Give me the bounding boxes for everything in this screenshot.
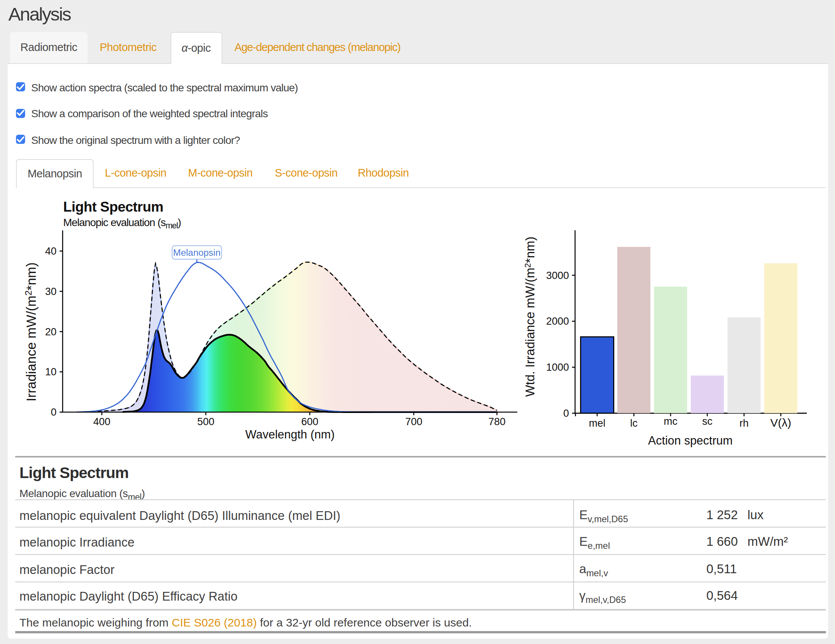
svg-text:400: 400 [93,416,110,428]
svg-text:0: 0 [563,408,569,419]
svg-text:0: 0 [51,407,57,418]
svg-text:30: 30 [45,286,57,297]
svg-text:Wavelength (nm): Wavelength (nm) [245,428,335,441]
svg-text:Irradiance mW/(m2*nm): Irradiance mW/(m2*nm) [23,262,39,401]
svg-text:Wtd. Irradiance mW/(m2*nm): Wtd. Irradiance mW/(m2*nm) [523,236,537,397]
svg-text:600: 600 [301,416,318,428]
svg-text:mel: mel [589,418,606,429]
svg-text:500: 500 [197,416,214,428]
svg-text:rh: rh [739,418,749,429]
svg-text:lc: lc [630,418,638,429]
svg-text:40: 40 [45,246,57,257]
svg-text:700: 700 [405,416,422,428]
svg-text:Melanopsin: Melanopsin [173,247,221,258]
svg-text:Action spectrum: Action spectrum [648,434,733,447]
svg-text:sc: sc [702,416,712,427]
svg-text:mc: mc [664,416,677,427]
svg-text:Light Spectrum: Light Spectrum [63,199,163,215]
svg-text:20: 20 [45,326,57,338]
svg-text:V(λ): V(λ) [770,416,791,429]
svg-text:1000: 1000 [546,362,569,373]
svg-text:Melanopic evaluation (smel): Melanopic evaluation (smel) [63,216,181,230]
svg-text:10: 10 [45,366,57,377]
svg-text:2000: 2000 [546,315,569,327]
svg-text:3000: 3000 [546,270,569,281]
svg-text:780: 780 [488,416,505,428]
